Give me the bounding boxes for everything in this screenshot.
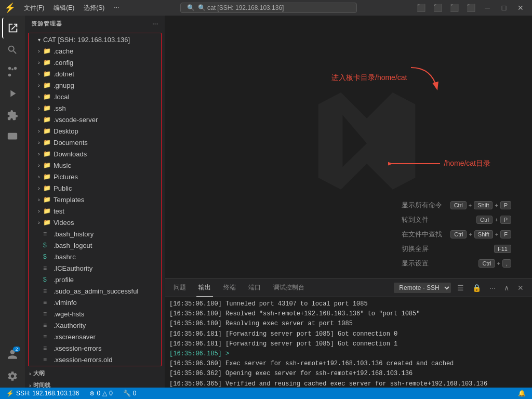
file-icon: ≡ bbox=[43, 230, 51, 237]
search-box[interactable]: 🔍 🔍 cat [SSH: 192.168.103.136] bbox=[180, 3, 357, 13]
tree-item-bashrc[interactable]: $ .bashrc bbox=[31, 251, 159, 262]
menu-file[interactable]: 文件(F) bbox=[20, 3, 48, 14]
menu-select[interactable]: 选择(S) bbox=[79, 3, 109, 14]
folder-chevron: › bbox=[35, 151, 43, 157]
shortcut-find-in-files: 在文件中查找 Ctrl + Shift + F bbox=[402, 230, 511, 239]
tree-item-documents[interactable]: › 📁 Documents bbox=[31, 137, 159, 148]
output-channel-dropdown[interactable]: Remote - SSH bbox=[394, 283, 451, 293]
shortcut-keys: Ctrl + Shift + F bbox=[450, 230, 511, 238]
panel-up-icon[interactable]: ∧ bbox=[502, 283, 511, 293]
folder-chevron: › bbox=[35, 94, 43, 100]
tree-item-desktop[interactable]: › 📁 Desktop bbox=[31, 125, 159, 137]
folder-icon: 📁 bbox=[43, 82, 51, 89]
folder-icon: 📁 bbox=[43, 116, 51, 123]
status-bell[interactable]: 🔔 bbox=[516, 390, 528, 397]
tree-item-downloads[interactable]: › 📁 Downloads bbox=[31, 148, 159, 159]
status-ssh[interactable]: ⚡ SSH: 192.168.103.136 bbox=[4, 390, 81, 397]
file-icon: ≡ bbox=[43, 310, 51, 317]
tree-item-xscreensaver[interactable]: ≡ .xscreensaver bbox=[31, 331, 159, 342]
activity-explorer[interactable] bbox=[2, 18, 23, 38]
layout-btn4[interactable]: ⬛ bbox=[463, 3, 478, 13]
tree-item-xsession-errors[interactable]: ≡ .xsession-errors bbox=[31, 342, 159, 354]
folder-icon: 📁 bbox=[43, 127, 51, 135]
maximize-btn[interactable]: □ bbox=[497, 3, 511, 13]
panel-tab-problems[interactable]: 问题 bbox=[171, 279, 188, 297]
folder-chevron: › bbox=[35, 105, 43, 111]
activity-accounts[interactable]: 2 bbox=[2, 344, 23, 365]
activity-remote[interactable] bbox=[2, 127, 23, 148]
panel-lock-icon[interactable]: 🔒 bbox=[470, 283, 483, 293]
minimize-btn[interactable]: ─ bbox=[480, 3, 495, 13]
root-tree-item[interactable]: ▾ CAT [SSH: 192.168.103.136] bbox=[31, 34, 159, 45]
tree-item-dotnet[interactable]: › 📁 .dotnet bbox=[31, 68, 159, 79]
tree-item-pictures[interactable]: › 📁 Pictures bbox=[31, 171, 159, 182]
panel-menu-icon[interactable]: ☰ bbox=[455, 283, 466, 293]
activity-settings[interactable] bbox=[2, 366, 23, 387]
panel-tab-output[interactable]: 输出 bbox=[196, 279, 213, 297]
key-plus: + bbox=[495, 231, 498, 237]
tree-item-gnupg[interactable]: › 📁 .gnupg bbox=[31, 79, 159, 91]
folder-chevron: › bbox=[35, 117, 43, 123]
accounts-badge: 2 bbox=[13, 347, 20, 352]
close-btn[interactable]: ✕ bbox=[513, 3, 528, 13]
item-label: test bbox=[54, 207, 64, 215]
tree-item-viminfo[interactable]: ≡ .viminfo bbox=[31, 297, 159, 308]
annotation-middle: /home/cat目录 bbox=[388, 156, 490, 171]
item-label: .profile bbox=[54, 276, 74, 284]
vscode-icon: ⚡ bbox=[4, 2, 16, 14]
panel-more-icon[interactable]: ··· bbox=[487, 283, 498, 293]
tree-item-vscode-server[interactable]: › 📁 .vscode-server bbox=[31, 114, 159, 125]
layout-btn[interactable]: ⬛ bbox=[414, 3, 428, 13]
shortcut-fullscreen: 切换全屏 F11 bbox=[402, 244, 511, 254]
menu-edit[interactable]: 编辑(E) bbox=[49, 3, 78, 14]
folder-icon: 📁 bbox=[43, 47, 51, 55]
panel-tab-debug[interactable]: 调试控制台 bbox=[271, 279, 307, 297]
layout-btn2[interactable]: ⬛ bbox=[430, 3, 445, 13]
file-icon: ≡ bbox=[43, 333, 51, 340]
shortcut-label: 在文件中查找 bbox=[402, 230, 442, 239]
activity-search[interactable] bbox=[2, 39, 23, 60]
layout-btn3[interactable]: ⬛ bbox=[447, 3, 461, 13]
tree-item-config[interactable]: › 📁 .config bbox=[31, 57, 159, 68]
tree-item-xauthority[interactable]: ≡ .Xauthority bbox=[31, 320, 159, 331]
key-plus: + bbox=[469, 231, 472, 237]
outline-section[interactable]: › 大纲 bbox=[25, 367, 165, 379]
item-label: .bashrc bbox=[54, 253, 76, 261]
status-errors[interactable]: ⊗ 0 △ 0 bbox=[87, 390, 114, 397]
tree-item-wget[interactable]: ≡ .wget-hsts bbox=[31, 308, 159, 320]
panel-close-icon[interactable]: ✕ bbox=[515, 283, 526, 293]
annotation-middle-text: /home/cat目录 bbox=[444, 159, 490, 168]
tree-item-ssh[interactable]: › 📁 .ssh bbox=[31, 102, 159, 114]
status-remote-count[interactable]: 🔧 0 bbox=[121, 390, 139, 397]
tree-item-templates[interactable]: › 📁 Templates bbox=[31, 194, 159, 205]
menu-more[interactable]: ··· bbox=[110, 3, 123, 14]
new-file-icon[interactable]: ··· bbox=[152, 21, 158, 27]
panel-tab-terminal[interactable]: 终端 bbox=[221, 279, 238, 297]
key: , bbox=[502, 259, 511, 268]
timeline-section[interactable]: › 时间线 bbox=[25, 379, 165, 388]
tree-item-bash-logout[interactable]: $ .bash_logout bbox=[31, 240, 159, 251]
tree-item-bash-history[interactable]: ≡ .bash_history bbox=[31, 228, 159, 240]
activity-run[interactable] bbox=[2, 83, 23, 104]
tree-item-profile[interactable]: $ .profile bbox=[31, 274, 159, 285]
panel-content[interactable]: [16:35:06.180] Tunneled port 43107 to lo… bbox=[165, 297, 532, 388]
tree-item-videos[interactable]: › 📁 Videos bbox=[31, 217, 159, 228]
tree-item-sudo[interactable]: ≡ .sudo_as_admin_successful bbox=[31, 285, 159, 297]
panel-tab-ports[interactable]: 端口 bbox=[246, 279, 263, 297]
tree-item-cache[interactable]: › 📁 .cache bbox=[31, 45, 159, 57]
item-label: Public bbox=[54, 184, 72, 192]
sidebar-header-icons: ··· bbox=[152, 21, 158, 27]
tree-item-public[interactable]: › 📁 Public bbox=[31, 182, 159, 194]
tree-item-iceauthority[interactable]: ≡ .ICEauthority bbox=[31, 262, 159, 274]
item-label: .viminfo bbox=[54, 299, 77, 307]
activity-source-control[interactable] bbox=[2, 61, 23, 82]
item-label: Music bbox=[54, 162, 71, 169]
folder-icon: 📁 bbox=[43, 70, 51, 77]
tree-item-local[interactable]: › 📁 .local bbox=[31, 91, 159, 102]
root-section: ▾ CAT [SSH: 192.168.103.136] › 📁 .cache … bbox=[28, 33, 162, 366]
tree-item-music[interactable]: › 📁 Music bbox=[31, 159, 159, 171]
tree-item-xsession-errors-old[interactable]: ≡ .xsession-errors.old bbox=[31, 354, 159, 365]
tree-item-test[interactable]: › 📁 test bbox=[31, 205, 159, 217]
activity-extensions[interactable] bbox=[2, 105, 23, 126]
folder-chevron: › bbox=[35, 197, 43, 203]
